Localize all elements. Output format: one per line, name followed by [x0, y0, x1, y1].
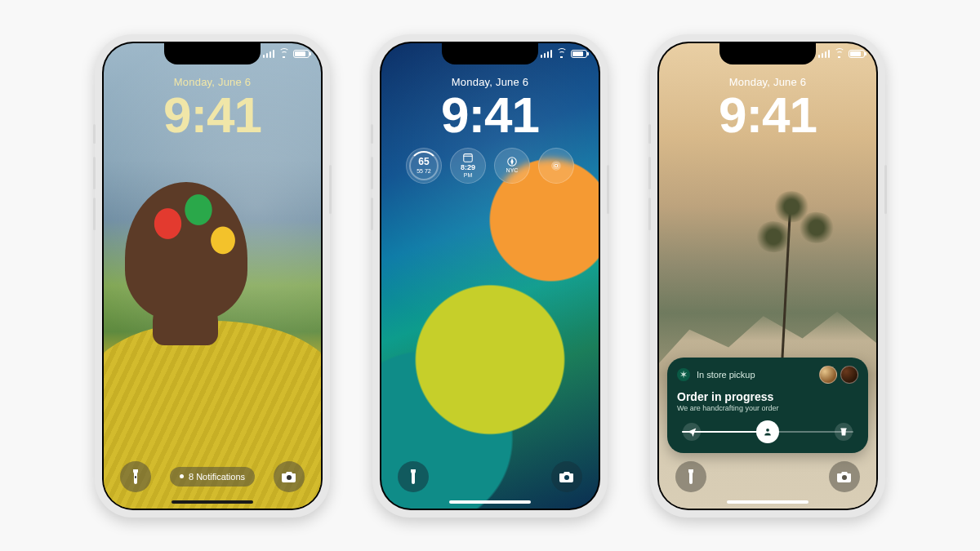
camera-button[interactable] [551, 461, 582, 492]
camera-icon [837, 471, 852, 482]
phone-b-frame: Monday, June 6 9:41 65 55 72 8:29 PM [372, 34, 608, 518]
svg-rect-0 [135, 476, 136, 478]
activity-widget[interactable] [538, 148, 574, 184]
live-activity-card[interactable]: ✶ In store pickup Order in progress We a… [667, 358, 868, 453]
signal-icon [263, 50, 275, 58]
world-clock-label: NYC [506, 167, 519, 174]
cup-icon [839, 427, 849, 437]
status-bar [541, 50, 588, 58]
lockscreen-time: 9:41 [104, 90, 321, 140]
svg-point-9 [564, 475, 569, 480]
signal-icon [818, 50, 831, 58]
notifications-pill[interactable]: 8 Notifications [170, 467, 255, 487]
phone-c-screen[interactable]: Monday, June 6 9:41 ✶ In store pickup Or… [659, 43, 876, 509]
notifications-label: 8 Notifications [189, 472, 245, 482]
camera-icon [559, 471, 574, 482]
activity-rings-icon [550, 160, 562, 171]
notch [442, 43, 538, 64]
progress-step-ready [835, 423, 853, 441]
order-progress [677, 420, 858, 443]
svg-rect-11 [840, 428, 847, 429]
live-activity-subtitle: We are handcrafting your order [677, 404, 858, 412]
camera-button[interactable] [274, 461, 305, 492]
home-indicator[interactable] [727, 500, 808, 504]
calendar-icon [462, 152, 474, 163]
notch [719, 43, 816, 64]
barista-icon [763, 427, 773, 437]
status-bar [818, 50, 866, 58]
order-item-thumb [819, 366, 837, 384]
flashlight-icon [408, 469, 419, 484]
wifi-icon [278, 50, 289, 58]
status-bar [263, 50, 310, 58]
flashlight-icon [685, 469, 697, 484]
live-activity-title: Order in progress [677, 390, 858, 403]
phone-a-frame: Monday, June 6 9:41 8 Notifications [95, 34, 330, 518]
camera-button[interactable] [829, 461, 860, 492]
dot-icon [180, 474, 184, 478]
send-icon [687, 427, 697, 437]
compass-icon [506, 156, 518, 167]
svg-point-1 [287, 475, 292, 480]
svg-point-8 [555, 164, 558, 167]
progress-step-preparing [756, 420, 779, 443]
calendar-widget[interactable]: 8:29 PM [450, 148, 486, 184]
phone-c-frame: Monday, June 6 9:41 ✶ In store pickup Or… [650, 34, 885, 518]
wifi-icon [834, 50, 844, 58]
calendar-suffix: PM [464, 172, 473, 179]
order-item-thumb [840, 366, 858, 384]
battery-icon [571, 50, 587, 58]
home-indicator[interactable] [449, 500, 531, 504]
flashlight-button[interactable] [120, 461, 151, 492]
lockscreen-time: 9:41 [381, 90, 599, 140]
signal-icon [541, 50, 553, 58]
live-activity-merchant: In store pickup [697, 370, 755, 380]
svg-point-10 [766, 428, 769, 431]
flashlight-button[interactable] [675, 461, 706, 492]
home-indicator[interactable] [172, 500, 253, 504]
svg-point-7 [554, 162, 559, 168]
flashlight-button[interactable] [398, 461, 429, 492]
wallpaper-subject-head [125, 182, 247, 321]
gauge-ring-icon [409, 151, 439, 180]
phone-lineup: Monday, June 6 9:41 8 Notifications [0, 0, 980, 551]
phone-a-screen[interactable]: Monday, June 6 9:41 8 Notifications [104, 43, 321, 509]
phone-b-screen[interactable]: Monday, June 6 9:41 65 55 72 8:29 PM [381, 43, 599, 509]
weather-widget[interactable]: 65 55 72 [406, 148, 442, 184]
camera-icon [282, 471, 296, 482]
calendar-time: 8:29 [461, 163, 475, 172]
svg-marker-5 [510, 158, 514, 166]
world-clock-widget[interactable]: NYC [494, 148, 530, 184]
svg-point-12 [842, 475, 847, 480]
battery-icon [293, 50, 310, 58]
lockscreen-time: 9:41 [659, 90, 876, 140]
wifi-icon [556, 50, 567, 58]
flashlight-icon [130, 469, 141, 484]
battery-icon [849, 50, 865, 58]
starbucks-icon: ✶ [677, 368, 690, 381]
widget-row: 65 55 72 8:29 PM NYC [381, 148, 599, 184]
svg-rect-2 [464, 154, 473, 162]
notch [164, 43, 261, 64]
progress-step-sent [683, 423, 701, 441]
